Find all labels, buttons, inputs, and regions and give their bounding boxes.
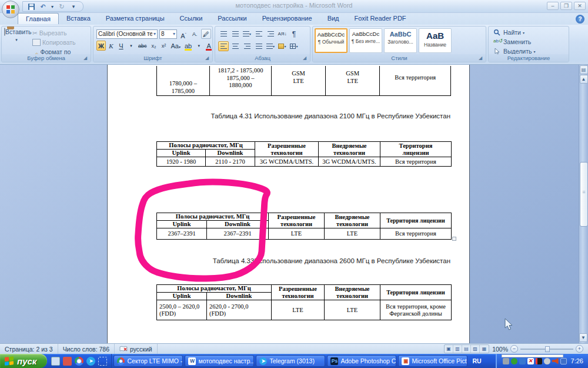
- taskbar-item-photoshop[interactable]: Ps Adobe Photoshop C...: [327, 355, 396, 367]
- view-fullscreen-button[interactable]: ▥: [453, 345, 462, 353]
- align-left-button[interactable]: [218, 41, 229, 51]
- table-cell[interactable]: 2500,0 – 2620,0 (FDD): [157, 300, 207, 320]
- start-button[interactable]: пуск: [0, 354, 47, 368]
- table-cell[interactable]: 2367–2391: [157, 228, 207, 240]
- telegram-icon[interactable]: ➤: [86, 357, 95, 366]
- styles-dialog-launcher[interactable]: ◢: [479, 55, 485, 61]
- font-dialog-launcher[interactable]: ◢: [205, 55, 211, 61]
- table-cell[interactable]: LTE: [272, 300, 325, 320]
- bullets-button[interactable]: [218, 29, 229, 39]
- italic-button[interactable]: К: [106, 41, 116, 51]
- strikethrough-button[interactable]: abc: [136, 41, 149, 51]
- decrease-indent-button[interactable]: [253, 29, 264, 39]
- table-cell[interactable]: 1817,2 - 1875,000 1875,000 – 1880,000: [210, 66, 272, 95]
- vertical-scrollbar[interactable]: ▤ ▲ ▼: [579, 65, 588, 343]
- tray-icon-blue-app[interactable]: [519, 358, 526, 364]
- taskbar-item-chrome[interactable]: Сектор LTE MIMO -...: [113, 355, 183, 367]
- tray-icon-gray[interactable]: [503, 358, 509, 364]
- subscript-button[interactable]: x₂: [149, 41, 159, 51]
- table-cell[interactable]: 2620,0 - 2700,0 (FDD): [207, 300, 272, 320]
- tray-icon-flag[interactable]: [536, 358, 542, 364]
- cut-button[interactable]: ✂Вырезать: [31, 29, 91, 37]
- close-button[interactable]: ✕: [574, 2, 586, 10]
- view-draft-button[interactable]: ▦: [480, 345, 489, 353]
- table-cell[interactable]: 1920 - 1980: [157, 157, 206, 167]
- table-cell[interactable]: Вся территория: [380, 66, 450, 95]
- taskbar-item-telegram[interactable]: ➤ Telegram (3013): [256, 355, 325, 367]
- word-count[interactable]: Число слов: 786: [58, 344, 115, 354]
- tray-icon-red-x[interactable]: ✕: [527, 358, 534, 364]
- minimize-button[interactable]: –: [547, 2, 559, 10]
- align-center-button[interactable]: [230, 41, 240, 51]
- table-1800-partial[interactable]: 1780,000 – 1785,000 1817,2 - 1875,000 18…: [156, 66, 451, 96]
- table-cell[interactable]: 2110 - 2170: [206, 157, 255, 167]
- bold-button[interactable]: Ж: [96, 41, 106, 51]
- table-cell[interactable]: 3G WCDMA/UMTS.: [255, 157, 319, 167]
- table-cell[interactable]: 1780,000 – 1785,000: [157, 66, 210, 95]
- sort-button[interactable]: АЯ↓: [277, 29, 288, 39]
- header-allowed[interactable]: Разрешенные технологии: [255, 142, 319, 157]
- view-print-layout-button[interactable]: ▣: [445, 345, 453, 353]
- office-button[interactable]: [2, 1, 19, 18]
- header-implemented[interactable]: Внедряемые технологии: [325, 213, 380, 228]
- caption-2100[interactable]: Таблица 4.31 Использование диапазона 210…: [156, 112, 450, 120]
- table-cell[interactable]: LTE: [325, 228, 380, 240]
- tab-recenzirovanie[interactable]: Рецензирование: [255, 13, 320, 24]
- header-implemented[interactable]: Внедряемые технологии: [319, 142, 380, 157]
- style-no-spacing[interactable]: AaBbCcDc ¶ Без инте...: [349, 28, 382, 53]
- view-web-layout-button[interactable]: ▤: [462, 345, 471, 353]
- tab-razmetka[interactable]: Разметка страницы: [98, 13, 172, 24]
- snipping-tool-icon[interactable]: [98, 357, 107, 366]
- table-cell[interactable]: GSM LTE: [272, 66, 326, 95]
- table-cell[interactable]: 2367–2391: [207, 228, 269, 240]
- page-indicator[interactable]: Страница: 2 из 3: [0, 344, 58, 354]
- header-territory[interactable]: Территория лицензии: [380, 285, 452, 300]
- underline-dropdown-arrow[interactable]: ▾: [126, 41, 136, 51]
- tab-glavnaya[interactable]: Главная: [18, 13, 59, 24]
- borders-button[interactable]: ▾: [289, 41, 299, 51]
- shrink-font-button[interactable]: Аˇ: [190, 29, 199, 39]
- justify-button[interactable]: [253, 41, 264, 51]
- style-heading1[interactable]: AaBbC Заголово...: [384, 28, 417, 53]
- header-uplink[interactable]: Uplink: [157, 150, 206, 157]
- header-bands[interactable]: Полосы радиочастот, МГц: [157, 213, 269, 221]
- table-cell[interactable]: Вся территория: [380, 228, 452, 240]
- spellcheck-status[interactable]: русский: [115, 344, 158, 354]
- header-territory[interactable]: Территория лицензии: [380, 142, 452, 157]
- taskbar-item-word[interactable]: W мотоподвес настр...: [185, 355, 254, 367]
- chrome-icon[interactable]: [75, 357, 83, 366]
- tab-vid[interactable]: Вид: [320, 13, 347, 24]
- numbering-button[interactable]: [230, 29, 240, 39]
- scroll-down-icon[interactable]: ▼: [579, 333, 587, 342]
- align-right-button[interactable]: [242, 41, 252, 51]
- tab-rassylki[interactable]: Рассылки: [210, 13, 254, 24]
- header-uplink[interactable]: Uplink: [157, 293, 207, 300]
- clipboard-dialog-launcher[interactable]: ◢: [83, 55, 89, 61]
- file-manager-icon[interactable]: [63, 357, 72, 366]
- header-uplink[interactable]: Uplink: [157, 221, 207, 228]
- scrollbar-thumb[interactable]: [580, 162, 588, 227]
- paragraph-dialog-launcher[interactable]: ◢: [303, 55, 309, 61]
- shading-button[interactable]: ▾: [277, 41, 288, 51]
- table-cell[interactable]: Вся территория, кроме Ферганской долины: [380, 300, 452, 320]
- header-implemented[interactable]: Внедряемые технологии: [325, 285, 380, 300]
- volume-icon[interactable]: [552, 358, 559, 364]
- table-cell[interactable]: LTE: [269, 228, 325, 240]
- clear-formatting-button[interactable]: 🖉: [201, 29, 211, 39]
- font-color-button[interactable]: А: [204, 41, 213, 51]
- header-bands[interactable]: Полосы радиочастот, МГц: [157, 285, 272, 293]
- increase-indent-button[interactable]: [265, 29, 276, 39]
- header-territory[interactable]: Территория лицензии: [380, 213, 452, 228]
- tray-icon-clock[interactable]: [544, 358, 550, 364]
- font-family-combobox[interactable]: Calibri (Основной те▾: [96, 29, 158, 39]
- highlight-dropdown-arrow[interactable]: ▾: [194, 41, 203, 51]
- table-cell[interactable]: 3G WCDMA/UMTS.: [319, 157, 380, 167]
- table-cell[interactable]: LTE: [325, 300, 380, 320]
- zoom-level[interactable]: 100%: [492, 346, 508, 353]
- show-desktop-icon[interactable]: [51, 357, 60, 366]
- highlight-button[interactable]: ab: [183, 41, 193, 51]
- show-marks-button[interactable]: ¶: [289, 29, 299, 39]
- restore-button[interactable]: ❐: [560, 2, 572, 10]
- multilevel-list-button[interactable]: ▾: [242, 29, 252, 39]
- header-downlink[interactable]: Downlink: [207, 221, 269, 228]
